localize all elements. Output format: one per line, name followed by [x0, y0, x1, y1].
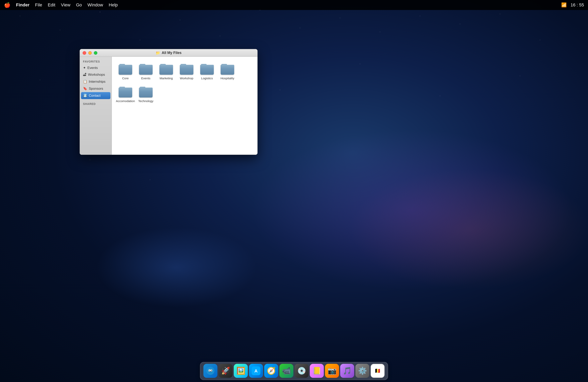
- shared-label: SHARED: [80, 101, 112, 107]
- svg-point-0: [206, 367, 214, 375]
- dock-iphoto[interactable]: 📷: [325, 364, 339, 378]
- folder-hospitality-name: Hospitality: [220, 76, 234, 80]
- sidebar-item-workshops[interactable]: 🏕 Workshops: [80, 71, 112, 78]
- svg-point-4: [211, 370, 212, 371]
- folder-workshop-name: Workshop: [180, 76, 193, 80]
- dock-rocket-typist[interactable]: 🚀: [219, 364, 232, 378]
- sidebar-item-sponsors[interactable]: 🔖 Sponsors: [80, 85, 112, 92]
- minimize-button[interactable]: [88, 51, 92, 55]
- svg-text:A: A: [254, 368, 258, 373]
- dock-finder[interactable]: [203, 364, 217, 378]
- contact-icon: 📇: [83, 94, 87, 98]
- desktop: 🍎 Finder File Edit View Go Window Help 📶…: [0, 0, 588, 382]
- sidebar-item-events[interactable]: ✦ Events: [80, 64, 112, 71]
- folder-core-name: Core: [122, 76, 129, 80]
- edit-menu[interactable]: Edit: [48, 2, 55, 8]
- favorites-label: FAVORITES: [80, 59, 112, 64]
- dock-system-preferences[interactable]: ⚙️: [356, 364, 369, 378]
- events-icon: ✦: [83, 66, 86, 70]
- go-menu[interactable]: Go: [76, 2, 82, 8]
- folders-grid: Core Events Market: [116, 61, 253, 105]
- folder-hospitality-icon: [221, 63, 234, 75]
- folder-hospitality[interactable]: Hospitality: [218, 61, 237, 82]
- svg-point-3: [209, 370, 210, 371]
- dock-facetime[interactable]: 📹: [279, 364, 294, 378]
- view-menu[interactable]: View: [61, 2, 70, 8]
- dock-address-book[interactable]: 📒: [310, 364, 324, 378]
- folder-logistics[interactable]: Logistics: [197, 61, 217, 82]
- folder-technology-name: Technology: [138, 99, 153, 103]
- clock: 16 : 55: [571, 2, 584, 8]
- folder-core-icon: [119, 63, 132, 75]
- maximize-button[interactable]: [94, 51, 97, 55]
- folder-core[interactable]: Core: [116, 61, 135, 82]
- help-menu[interactable]: Help: [109, 2, 118, 8]
- folder-marketing-icon: [159, 63, 173, 75]
- folder-events-name: Events: [141, 76, 150, 80]
- window-controls: [83, 51, 97, 55]
- sidebar-events-label: Events: [87, 66, 98, 70]
- folder-marketing-name: Marketing: [160, 76, 173, 80]
- finder-window: 📁 All My Files FAVORITES ✦ Events 🏕 Work…: [80, 49, 258, 155]
- folder-logistics-icon: [200, 63, 214, 75]
- dock-belgian[interactable]: 🇧🇪: [371, 364, 385, 378]
- sidebar-item-contact[interactable]: 📇 Contact: [81, 92, 110, 99]
- window-title: 📁 All My Files: [156, 51, 181, 55]
- window-body: FAVORITES ✦ Events 🏕 Workshops 📋 Interns…: [80, 57, 257, 155]
- workshops-icon: 🏕: [83, 73, 86, 77]
- sidebar-sponsors-label: Sponsors: [89, 87, 103, 91]
- dock-safari[interactable]: 🧭: [264, 364, 278, 378]
- main-content: Core Events Market: [112, 57, 257, 155]
- apple-menu[interactable]: 🍎: [4, 2, 10, 8]
- sidebar-internships-label: Internships: [89, 80, 105, 84]
- window-menu[interactable]: Window: [87, 2, 103, 8]
- sponsors-icon: 🔖: [83, 87, 87, 91]
- menubar: 🍎 Finder File Edit View Go Window Help 📶…: [0, 0, 588, 10]
- file-menu[interactable]: File: [35, 2, 42, 8]
- sidebar: FAVORITES ✦ Events 🏕 Workshops 📋 Interns…: [80, 57, 112, 155]
- folder-marketing[interactable]: Marketing: [157, 61, 176, 82]
- sidebar-workshops-label: Workshops: [88, 73, 105, 77]
- dock: 🚀 🖼️ A 🧭 📹 💿 📒 📷 🎵 ⚙️ 🇧🇪: [200, 362, 388, 380]
- internships-icon: 📋: [83, 79, 87, 84]
- folder-events-icon: [139, 63, 153, 75]
- folder-workshop-icon: [180, 63, 193, 75]
- sidebar-contact-label: Contact: [89, 94, 101, 98]
- folder-accomodation-icon: [119, 86, 132, 97]
- folder-logistics-name: Logistics: [201, 76, 213, 80]
- dock-itunes[interactable]: 🎵: [340, 364, 354, 378]
- folder-accomodation-name: Accomodation: [116, 99, 135, 103]
- titlebar: 📁 All My Files: [80, 49, 257, 57]
- close-button[interactable]: [83, 51, 86, 55]
- folder-technology[interactable]: Technology: [136, 83, 155, 105]
- dock-photo-slideshow[interactable]: 🖼️: [234, 364, 248, 378]
- folder-technology-icon: [139, 86, 153, 97]
- sidebar-item-internships[interactable]: 📋 Internships: [80, 78, 112, 85]
- wifi-icon[interactable]: 📶: [561, 2, 567, 8]
- window-title-text: All My Files: [162, 51, 181, 55]
- folder-accomodation[interactable]: Accomodation: [116, 83, 135, 105]
- dock-dvd-player[interactable]: 💿: [294, 364, 309, 378]
- finder-menu[interactable]: Finder: [16, 2, 29, 8]
- window-title-icon: 📁: [156, 51, 160, 55]
- folder-events[interactable]: Events: [136, 61, 155, 82]
- folder-workshop[interactable]: Workshop: [177, 61, 196, 82]
- dock-app-store[interactable]: A: [249, 364, 263, 378]
